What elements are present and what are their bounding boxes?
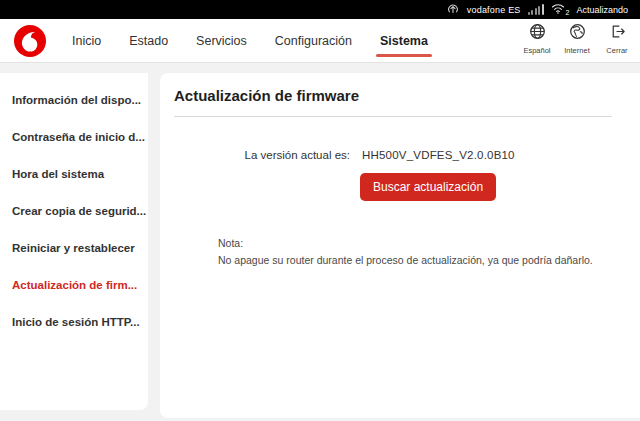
nav-item-sistema[interactable]: Sistema: [366, 20, 442, 62]
nav-item-estado[interactable]: Estado: [115, 20, 182, 62]
logout-label: Cerrar: [606, 46, 627, 55]
check-update-button[interactable]: Buscar actualización: [360, 173, 496, 201]
signal-bars-icon: [528, 4, 544, 15]
sidebar: Información del dispo... Contraseña de i…: [0, 73, 148, 410]
firmware-version-row: La versión actual es: HH500V_VDFES_V2.0.…: [172, 149, 612, 161]
logout-button[interactable]: Cerrar: [600, 23, 634, 55]
vodafone-logo-icon: [14, 25, 46, 57]
language-button[interactable]: Español: [520, 23, 554, 55]
logout-icon: [609, 23, 626, 44]
sidebar-item-device-info[interactable]: Información del dispo...: [12, 81, 148, 118]
sidebar-item-http-login[interactable]: Inicio de sesión HTTP...: [12, 303, 148, 340]
content-area: Información del dispo... Contraseña de i…: [0, 73, 640, 421]
language-label: Español: [523, 46, 550, 55]
version-label: La versión actual es:: [172, 149, 350, 161]
main-panel: Actualización de firmware La versión act…: [160, 73, 640, 418]
note-block: Nota: No apague su router durante el pro…: [218, 235, 612, 269]
sidebar-item-firmware-update[interactable]: Actualización de firm...: [12, 266, 148, 303]
sidebar-item-backup[interactable]: Crear copia de segurid...: [12, 192, 148, 229]
header: Inicio Estado Servicios Configuración Si…: [0, 19, 640, 63]
version-value: HH500V_VDFES_V2.0.0B10: [362, 149, 515, 161]
status-text: Actualizando: [576, 5, 628, 15]
main-nav: Inicio Estado Servicios Configuración Si…: [58, 20, 442, 62]
network-name: vodafone ES: [467, 5, 521, 15]
header-actions: Español Internet Cerrar: [520, 23, 634, 55]
sidebar-item-login-password[interactable]: Contraseña de inicio d...: [12, 118, 148, 155]
nav-item-servicios[interactable]: Servicios: [182, 20, 261, 62]
nav-item-inicio[interactable]: Inicio: [58, 20, 115, 62]
status-bar: vodafone ES 2 Actualizando: [0, 0, 640, 19]
sidebar-item-system-time[interactable]: Hora del sistema: [12, 155, 148, 192]
note-title: Nota:: [218, 235, 612, 252]
globe-language-icon: [529, 23, 546, 44]
internet-button[interactable]: Internet: [560, 23, 594, 55]
page-title: Actualización de firmware: [172, 85, 612, 116]
upload-cloud-icon: [446, 2, 460, 18]
globe-internet-icon: [569, 23, 586, 44]
wifi-network-count: 2: [566, 9, 570, 16]
wifi-icon: [551, 3, 565, 16]
sidebar-item-restart-reset[interactable]: Reiniciar y restablecer: [12, 229, 148, 266]
title-divider: [174, 116, 612, 117]
note-text: No apague su router durante el proceso d…: [218, 252, 612, 269]
internet-label: Internet: [564, 46, 589, 55]
nav-item-configuracion[interactable]: Configuración: [261, 20, 366, 62]
